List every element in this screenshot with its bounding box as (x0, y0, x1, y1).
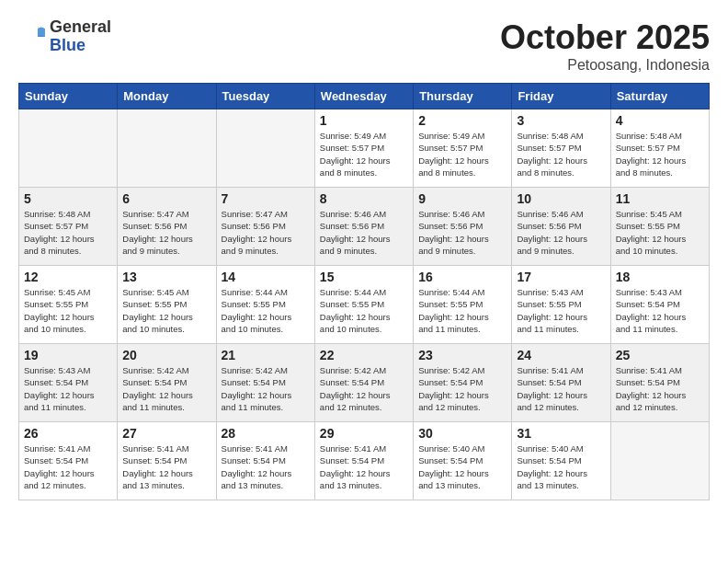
calendar-table: SundayMondayTuesdayWednesdayThursdayFrid… (18, 83, 710, 500)
day-number: 17 (517, 270, 605, 284)
month-title: October 2025 (500, 18, 710, 57)
cell-info: Sunrise: 5:42 AM Sunset: 5:54 PM Dayligh… (222, 364, 310, 413)
day-number: 13 (122, 270, 210, 284)
header-sunday: Sunday (19, 84, 118, 109)
calendar-cell: 4Sunrise: 5:48 AM Sunset: 5:57 PM Daylig… (610, 109, 709, 188)
day-number: 4 (616, 113, 704, 128)
logo-general-text: General (50, 18, 111, 37)
calendar-cell: 6Sunrise: 5:47 AM Sunset: 5:56 PM Daylig… (118, 188, 216, 266)
cell-info: Sunrise: 5:46 AM Sunset: 5:56 PM Dayligh… (320, 208, 408, 257)
cell-info: Sunrise: 5:41 AM Sunset: 5:54 PM Dayligh… (24, 442, 112, 491)
cell-info: Sunrise: 5:49 AM Sunset: 5:57 PM Dayligh… (320, 130, 408, 178)
day-number: 31 (517, 426, 605, 441)
cell-info: Sunrise: 5:42 AM Sunset: 5:54 PM Dayligh… (320, 364, 408, 413)
calendar-cell (610, 422, 709, 500)
title-area: October 2025 Petoosang, Indonesia (500, 18, 710, 74)
calendar-cell: 15Sunrise: 5:44 AM Sunset: 5:55 PM Dayli… (314, 266, 413, 344)
cell-info: Sunrise: 5:45 AM Sunset: 5:55 PM Dayligh… (122, 286, 210, 335)
calendar-week-2: 5Sunrise: 5:48 AM Sunset: 5:57 PM Daylig… (19, 188, 710, 266)
cell-info: Sunrise: 5:49 AM Sunset: 5:57 PM Dayligh… (418, 130, 506, 178)
cell-info: Sunrise: 5:44 AM Sunset: 5:55 PM Dayligh… (320, 286, 408, 335)
calendar-cell (118, 109, 216, 188)
cell-info: Sunrise: 5:40 AM Sunset: 5:54 PM Dayligh… (517, 442, 605, 491)
cell-info: Sunrise: 5:41 AM Sunset: 5:54 PM Dayligh… (320, 442, 408, 491)
calendar-cell: 19Sunrise: 5:43 AM Sunset: 5:54 PM Dayli… (19, 344, 118, 422)
cell-info: Sunrise: 5:43 AM Sunset: 5:55 PM Dayligh… (517, 286, 605, 335)
day-number: 18 (616, 270, 704, 284)
header-tuesday: Tuesday (216, 84, 314, 109)
day-number: 1 (320, 113, 408, 128)
calendar-cell: 27Sunrise: 5:41 AM Sunset: 5:54 PM Dayli… (118, 422, 216, 500)
calendar-cell: 20Sunrise: 5:42 AM Sunset: 5:54 PM Dayli… (118, 344, 216, 422)
day-number: 19 (24, 348, 112, 362)
day-number: 28 (222, 426, 310, 441)
calendar-cell: 18Sunrise: 5:43 AM Sunset: 5:54 PM Dayli… (610, 266, 709, 344)
day-number: 2 (418, 113, 506, 128)
cell-info: Sunrise: 5:41 AM Sunset: 5:54 PM Dayligh… (122, 442, 210, 491)
cell-info: Sunrise: 5:48 AM Sunset: 5:57 PM Dayligh… (517, 130, 605, 178)
day-number: 3 (517, 113, 605, 128)
day-number: 10 (517, 191, 605, 206)
logo: General Blue (18, 18, 111, 55)
calendar-cell: 3Sunrise: 5:48 AM Sunset: 5:57 PM Daylig… (512, 109, 610, 188)
day-number: 16 (418, 270, 506, 284)
header-friday: Friday (512, 84, 610, 109)
calendar-cell (216, 109, 314, 188)
header-wednesday: Wednesday (314, 84, 413, 109)
cell-info: Sunrise: 5:41 AM Sunset: 5:54 PM Dayligh… (616, 364, 704, 413)
day-number: 14 (222, 270, 310, 284)
calendar-cell: 28Sunrise: 5:41 AM Sunset: 5:54 PM Dayli… (216, 422, 314, 500)
cell-info: Sunrise: 5:41 AM Sunset: 5:54 PM Dayligh… (517, 364, 605, 413)
calendar-cell: 12Sunrise: 5:45 AM Sunset: 5:55 PM Dayli… (19, 266, 118, 344)
day-number: 6 (122, 191, 210, 206)
cell-info: Sunrise: 5:42 AM Sunset: 5:54 PM Dayligh… (122, 364, 210, 413)
cell-info: Sunrise: 5:40 AM Sunset: 5:54 PM Dayligh… (418, 442, 506, 491)
cell-info: Sunrise: 5:46 AM Sunset: 5:56 PM Dayligh… (418, 208, 506, 257)
calendar-cell: 30Sunrise: 5:40 AM Sunset: 5:54 PM Dayli… (414, 422, 512, 500)
logo-icon (18, 23, 46, 51)
calendar-cell: 10Sunrise: 5:46 AM Sunset: 5:56 PM Dayli… (512, 188, 610, 266)
calendar-week-1: 1Sunrise: 5:49 AM Sunset: 5:57 PM Daylig… (19, 109, 710, 188)
calendar-week-3: 12Sunrise: 5:45 AM Sunset: 5:55 PM Dayli… (19, 266, 710, 344)
calendar-cell: 22Sunrise: 5:42 AM Sunset: 5:54 PM Dayli… (314, 344, 413, 422)
calendar-cell: 24Sunrise: 5:41 AM Sunset: 5:54 PM Dayli… (512, 344, 610, 422)
day-number: 8 (320, 191, 408, 206)
calendar-cell: 14Sunrise: 5:44 AM Sunset: 5:55 PM Dayli… (216, 266, 314, 344)
cell-info: Sunrise: 5:47 AM Sunset: 5:56 PM Dayligh… (122, 208, 210, 257)
day-number: 29 (320, 426, 408, 441)
day-number: 12 (24, 270, 112, 284)
calendar-cell: 9Sunrise: 5:46 AM Sunset: 5:56 PM Daylig… (414, 188, 512, 266)
day-number: 24 (517, 348, 605, 362)
calendar-cell: 7Sunrise: 5:47 AM Sunset: 5:56 PM Daylig… (216, 188, 314, 266)
day-number: 7 (222, 191, 310, 206)
cell-info: Sunrise: 5:44 AM Sunset: 5:55 PM Dayligh… (222, 286, 310, 335)
day-number: 21 (222, 348, 310, 362)
cell-info: Sunrise: 5:45 AM Sunset: 5:55 PM Dayligh… (616, 208, 704, 257)
day-number: 25 (616, 348, 704, 362)
calendar-cell: 5Sunrise: 5:48 AM Sunset: 5:57 PM Daylig… (19, 188, 118, 266)
day-number: 15 (320, 270, 408, 284)
calendar-cell: 16Sunrise: 5:44 AM Sunset: 5:55 PM Dayli… (414, 266, 512, 344)
day-number: 9 (418, 191, 506, 206)
calendar-cell: 31Sunrise: 5:40 AM Sunset: 5:54 PM Dayli… (512, 422, 610, 500)
calendar-header-row: SundayMondayTuesdayWednesdayThursdayFrid… (19, 84, 710, 109)
header-monday: Monday (118, 84, 216, 109)
calendar-cell: 17Sunrise: 5:43 AM Sunset: 5:55 PM Dayli… (512, 266, 610, 344)
day-number: 27 (122, 426, 210, 441)
day-number: 5 (24, 191, 112, 206)
calendar-cell: 29Sunrise: 5:41 AM Sunset: 5:54 PM Dayli… (314, 422, 413, 500)
calendar-cell: 23Sunrise: 5:42 AM Sunset: 5:54 PM Dayli… (414, 344, 512, 422)
calendar-week-4: 19Sunrise: 5:43 AM Sunset: 5:54 PM Dayli… (19, 344, 710, 422)
subtitle: Petoosang, Indonesia (500, 57, 710, 74)
cell-info: Sunrise: 5:42 AM Sunset: 5:54 PM Dayligh… (418, 364, 506, 413)
calendar-cell: 21Sunrise: 5:42 AM Sunset: 5:54 PM Dayli… (216, 344, 314, 422)
calendar-week-5: 26Sunrise: 5:41 AM Sunset: 5:54 PM Dayli… (19, 422, 710, 500)
calendar-cell: 8Sunrise: 5:46 AM Sunset: 5:56 PM Daylig… (314, 188, 413, 266)
day-number: 11 (616, 191, 704, 206)
header-thursday: Thursday (414, 84, 512, 109)
cell-info: Sunrise: 5:43 AM Sunset: 5:54 PM Dayligh… (616, 286, 704, 335)
header: General Blue October 2025 Petoosang, Ind… (18, 18, 710, 74)
calendar-cell: 26Sunrise: 5:41 AM Sunset: 5:54 PM Dayli… (19, 422, 118, 500)
day-number: 26 (24, 426, 112, 441)
calendar-cell: 1Sunrise: 5:49 AM Sunset: 5:57 PM Daylig… (314, 109, 413, 188)
